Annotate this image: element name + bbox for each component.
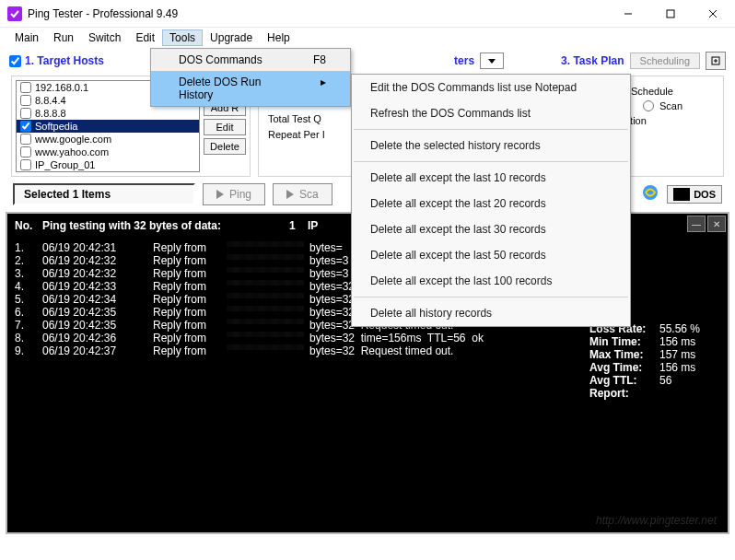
col-ip: IP <box>308 219 318 232</box>
host-row: www.yahoo.com <box>17 146 199 158</box>
watermark: http://www.pingtester.net <box>596 514 717 527</box>
console-close-icon[interactable]: ✕ <box>707 216 726 232</box>
submenu-arrow-icon: ▸ <box>321 76 326 101</box>
parameters-dropdown[interactable] <box>480 52 504 69</box>
menu-run[interactable]: Run <box>46 29 81 46</box>
expand-icon[interactable] <box>706 52 726 70</box>
submenu-item[interactable]: Edit the DOS Commands list use Notepad <box>352 75 630 100</box>
section-target-hosts: 1. Target Hosts <box>9 54 104 67</box>
edit-button[interactable]: Edit <box>204 119 246 135</box>
console-title: Ping testing with 32 bytes of data: <box>42 219 289 232</box>
section-parameters: ters <box>454 54 474 67</box>
maximize-button[interactable] <box>649 1 691 27</box>
console-minimize-icon[interactable]: — <box>687 216 706 232</box>
menu-tools[interactable]: Tools <box>162 29 203 46</box>
submenu-item[interactable]: Delete the selected history records <box>352 133 630 158</box>
section-task-plan: 3. Task Plan <box>561 54 624 67</box>
host-row-selected: Softpedia <box>17 120 199 133</box>
param-repeat: Repeat Per I <box>268 129 360 140</box>
submenu-item[interactable]: Delete all except the last 10 records <box>352 165 630 191</box>
menu-help[interactable]: Help <box>260 29 298 46</box>
submenu-item[interactable]: Delete all except the last 100 records <box>352 268 630 294</box>
svg-rect-1 <box>667 10 674 18</box>
ping-button[interactable]: Ping <box>203 183 265 205</box>
app-icon <box>7 6 22 21</box>
menu-delete-dos-history[interactable]: Delete DOS Run History▸ <box>151 71 350 106</box>
submenu-item[interactable]: Refresh the DOS Commands list <box>352 100 630 126</box>
param-totaltest: Total Test Q <box>268 113 360 124</box>
col-no: No. <box>15 219 42 232</box>
selected-count: Selected 1 Items <box>13 183 195 205</box>
scan-button[interactable]: Sca <box>273 183 332 205</box>
radio-scan[interactable] <box>643 100 654 111</box>
menu-dos-commands[interactable]: DOS CommandsF8 <box>151 49 350 71</box>
ie-icon[interactable] <box>641 183 659 205</box>
menu-switch[interactable]: Switch <box>81 29 128 46</box>
submenu-item[interactable]: Delete all except the last 30 records <box>352 216 630 242</box>
submenu-item[interactable]: Delete all except the last 50 records <box>352 242 630 268</box>
window-title: Ping Tester - Professional 9.49 <box>28 7 607 20</box>
host-row: www.google.com <box>17 133 199 146</box>
menubar: Main Run Switch Edit Tools Upgrade Help <box>0 28 735 48</box>
menu-edit[interactable]: Edit <box>128 29 162 46</box>
minimize-button[interactable] <box>607 1 648 27</box>
host-row: 8.8.8.8 <box>17 107 199 120</box>
target-hosts-checkbox[interactable] <box>9 55 21 67</box>
host-row: IP_Group_01 <box>17 158 199 171</box>
submenu-item[interactable]: Delete all history records <box>352 300 630 326</box>
dos-button[interactable]: DOS <box>667 185 722 204</box>
submenu-item[interactable]: Delete all except the last 20 records <box>352 191 630 216</box>
scheduling-button[interactable]: Scheduling <box>630 52 700 69</box>
menu-main[interactable]: Main <box>7 29 46 46</box>
stats-block: Loss Rate:55.56 %Min Time:156 msMax Time… <box>589 322 715 400</box>
menu-upgrade[interactable]: Upgrade <box>203 29 260 46</box>
delete-history-submenu: Edit the DOS Commands list use NotepadRe… <box>351 74 631 327</box>
tools-dropdown: DOS CommandsF8 Delete DOS Run History▸ <box>150 48 351 107</box>
delete-button[interactable]: Delete <box>204 138 246 155</box>
close-button[interactable] <box>692 1 733 27</box>
